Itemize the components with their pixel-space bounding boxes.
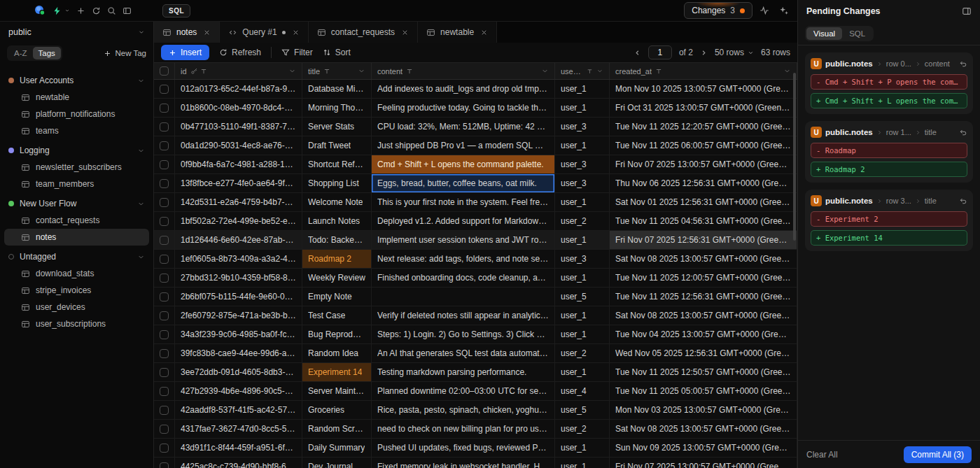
column-header-content[interactable]: content <box>372 63 555 79</box>
select-all-checkbox[interactable] <box>160 66 169 76</box>
prev-page-icon[interactable] <box>634 49 641 57</box>
cell-content[interactable]: An AI that generates SQL test data autom… <box>372 344 555 362</box>
close-icon[interactable] <box>292 29 300 36</box>
cell-created_at[interactable]: Tue Nov 11 2025 05:00:57 GMT+0000 (Green… <box>610 382 797 400</box>
cell-content[interactable]: Planned downtime 02:00–03:00 UTC for sec… <box>372 382 555 400</box>
cell-id[interactable]: 13f8fbce-e277-4fe0-ae64-9f90d1db40f0 <box>175 174 302 192</box>
cell-title[interactable]: Shortcut Reference <box>302 155 372 173</box>
cell-id[interactable]: 1d126446-6e60-42ee-87ab-cf7a60392ba9 <box>175 231 302 249</box>
cell-created_at[interactable]: Fri Nov 07 2025 13:00:57 GMT+0000 (Green… <box>610 155 797 173</box>
sidebar-item-user_devices[interactable]: user_devices <box>4 299 149 315</box>
row-checkbox[interactable] <box>160 368 169 377</box>
rows-per-page-select[interactable]: 50 rows <box>715 48 754 57</box>
panel-collapse-icon[interactable] <box>962 6 972 16</box>
new-tab-icon[interactable] <box>76 6 85 15</box>
bolt-caret-icon[interactable] <box>64 8 70 13</box>
cell-user_id[interactable]: user_1 <box>555 325 610 343</box>
next-page-icon[interactable] <box>700 49 708 57</box>
cell-created_at[interactable]: Tue Nov 11 2025 06:00:57 GMT+0000 (Green… <box>610 136 797 155</box>
cell-user_id[interactable]: user_3 <box>555 250 610 268</box>
cell-user_id[interactable]: user_5 <box>555 401 610 419</box>
cell-title[interactable]: Test Case <box>302 306 372 325</box>
cell-content[interactable] <box>372 288 555 306</box>
cell-title[interactable]: Roadmap 2 <box>302 250 372 268</box>
tab-notes[interactable]: notes <box>154 22 220 43</box>
cell-id[interactable]: 01b8600c-08eb-4970-8dc4-35b68b9c0... <box>175 99 302 117</box>
cell-title[interactable]: Weekly Review <box>302 269 372 287</box>
cell-title[interactable]: Server Stats <box>302 118 372 136</box>
cell-content[interactable]: Just shipped DB Pro v1 — a modern SQL wo… <box>372 136 555 155</box>
undo-icon[interactable] <box>959 59 967 68</box>
cell-created_at[interactable]: Sat Nov 08 2025 13:00:57 GMT+0000 (Green… <box>610 306 797 325</box>
cell-id[interactable]: 43d91f1c-8f44-459f-a951-6fed450eab07 <box>175 439 302 457</box>
new-tag-button[interactable]: New Tag <box>104 49 146 57</box>
sidebar-item-platform_notifications[interactable]: platform_notifications <box>4 106 149 122</box>
sort-button[interactable]: Sort <box>323 48 351 57</box>
cell-title[interactable]: Groceries <box>302 401 372 419</box>
row-checkbox[interactable] <box>160 462 169 468</box>
row-checkbox[interactable] <box>160 292 169 302</box>
row-checkbox[interactable] <box>160 311 169 320</box>
cell-created_at[interactable]: Wed Nov 05 2025 12:56:31 GMT+0000 (Green… <box>610 344 797 362</box>
cell-content[interactable]: Implement user session tokens and JWT ro… <box>372 231 555 249</box>
cell-title[interactable]: Database Migration ... <box>302 80 372 98</box>
tag-group-header[interactable]: User Accounts <box>4 72 149 89</box>
cell-user_id[interactable]: user_1 <box>555 136 610 155</box>
cell-user_id[interactable]: user_1 <box>555 306 610 325</box>
column-menu-icon[interactable] <box>783 67 791 75</box>
undo-icon[interactable] <box>959 128 967 136</box>
cell-content[interactable]: Testing markdown parsing performance. <box>372 363 555 381</box>
cell-user_id[interactable]: user_1 <box>555 363 610 381</box>
cell-created_at[interactable]: Tue Nov 11 2025 04:56:31 GMT+0000 (Green… <box>610 212 797 230</box>
cell-content[interactable]: Add indexes to audit_logs and drop old t… <box>372 80 555 98</box>
cell-id[interactable]: 27bbd312-9b10-4359-bf58-8982338a37... <box>175 269 302 287</box>
close-icon[interactable] <box>203 29 211 36</box>
cell-content[interactable]: Steps: 1) Login. 2) Go to Settings. 3) C… <box>372 325 555 343</box>
cell-created_at[interactable]: Tue Nov 11 2025 12:00:57 GMT+0000 (Green… <box>610 269 797 287</box>
cell-user_id[interactable]: user_1 <box>555 231 610 249</box>
cell-content[interactable]: CPU load: 32%, Mem: 512MB, Uptime: 42 da… <box>372 118 555 136</box>
sidebar-item-user_subscriptions[interactable]: user_subscriptions <box>4 315 149 332</box>
cell-title[interactable]: Welcome Note <box>302 193 372 211</box>
column-header-title[interactable]: title <box>302 63 372 79</box>
row-checkbox[interactable] <box>160 104 169 113</box>
row-checkbox[interactable] <box>160 217 169 226</box>
cell-title[interactable]: Daily Summary <box>302 439 372 457</box>
cell-created_at[interactable]: Fri Nov 07 2025 13:00:57 GMT+0000 (Green… <box>610 458 797 468</box>
cell-user_id[interactable]: user_2 <box>555 344 610 362</box>
cell-created_at[interactable]: Tue Nov 11 2025 12:50:57 GMT+0000 (Green… <box>610 363 797 381</box>
cell-created_at[interactable]: Mon Nov 03 2025 13:00:57 GMT+0000 (Green… <box>610 401 797 419</box>
tab-newtable[interactable]: newtable <box>418 22 497 43</box>
cell-user_id[interactable]: user_1 <box>555 193 610 211</box>
refresh-button[interactable]: Refresh <box>219 48 261 57</box>
bolt-icon[interactable] <box>52 6 62 15</box>
cell-user_id[interactable]: user_1 <box>555 439 610 457</box>
row-checkbox[interactable] <box>160 425 169 434</box>
column-menu-icon[interactable] <box>358 67 365 75</box>
cell-title[interactable]: Experiment 14 <box>302 363 372 381</box>
sidebar-item-newtable[interactable]: newtable <box>4 89 149 106</box>
cell-user_id[interactable]: user_2 <box>555 420 610 438</box>
cell-id[interactable]: 142d5311-e2a6-4759-b4b7-e1131063ea10 <box>175 193 302 211</box>
undo-icon[interactable] <box>959 197 967 205</box>
sidebar-item-teams[interactable]: teams <box>4 122 149 139</box>
tab-visual[interactable]: Visual <box>806 27 842 40</box>
row-checkbox[interactable] <box>160 85 169 94</box>
cell-id[interactable]: 2fe60792-875e-471a-be3b-b1d0cd83926c <box>175 306 302 325</box>
cell-id[interactable]: 3ee72ddb-091d-4605-8db3-42c8a7caed... <box>175 363 302 381</box>
cell-title[interactable]: Random Idea <box>302 344 372 362</box>
row-checkbox[interactable] <box>160 255 169 264</box>
cell-id[interactable]: 0b477103-5110-49f1-8387-73b4eee59d1f <box>175 118 302 136</box>
cell-created_at[interactable]: Tue Nov 11 2025 12:20:57 GMT+0000 (Green… <box>610 118 797 136</box>
cell-user_id[interactable]: user_1 <box>555 269 610 287</box>
cell-created_at[interactable]: Fri Oct 31 2025 13:00:57 GMT+0000 (Green… <box>610 99 797 117</box>
cell-created_at[interactable]: Mon Nov 10 2025 13:00:57 GMT+0000 (Green… <box>610 80 797 98</box>
column-menu-icon[interactable] <box>541 67 549 75</box>
cell-id[interactable]: 4425ac8c-c739-4d90-bbf8-65956f81a289 <box>175 458 302 468</box>
row-checkbox[interactable] <box>160 349 169 358</box>
cell-id[interactable]: 2b6bf075-b115-44fe-9e60-0d95b08b3059 <box>175 288 302 306</box>
sort-az-button[interactable]: A-Z <box>8 47 33 59</box>
clear-all-button[interactable]: Clear All <box>806 450 838 460</box>
cell-user_id[interactable]: user_1 <box>555 80 610 98</box>
cell-id[interactable]: 1bf502a2-72e4-499e-be52-e45eac8a33e3 <box>175 212 302 230</box>
